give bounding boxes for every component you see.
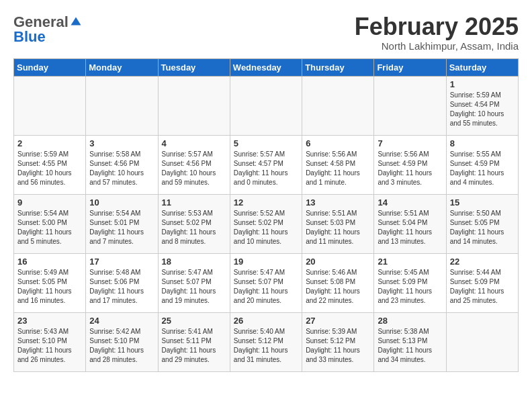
day-info: Sunrise: 5:41 AM Sunset: 5:11 PM Dayligh… [162, 327, 226, 365]
calendar-title: February 2025 [355, 13, 519, 40]
day-number: 13 [306, 197, 370, 208]
day-cell: 13Sunrise: 5:51 AM Sunset: 5:03 PM Dayli… [302, 194, 374, 253]
day-number: 17 [89, 257, 154, 267]
day-info: Sunrise: 5:49 AM Sunset: 5:05 PM Dayligh… [17, 268, 82, 306]
day-cell: 20Sunrise: 5:46 AM Sunset: 5:08 PM Dayli… [302, 253, 374, 312]
day-cell: 2Sunrise: 5:59 AM Sunset: 4:55 PM Daylig… [14, 135, 86, 194]
day-cell [374, 76, 446, 135]
day-cell: 7Sunrise: 5:56 AM Sunset: 4:59 PM Daylig… [374, 135, 446, 194]
day-cell: 10Sunrise: 5:54 AM Sunset: 5:01 PM Dayli… [86, 194, 158, 253]
week-row-5: 23Sunrise: 5:43 AM Sunset: 5:10 PM Dayli… [14, 312, 519, 371]
weekday-header-monday: Monday [86, 58, 158, 76]
day-info: Sunrise: 5:57 AM Sunset: 4:56 PM Dayligh… [162, 150, 226, 187]
day-number: 12 [234, 197, 298, 208]
day-cell: 1Sunrise: 5:59 AM Sunset: 4:54 PM Daylig… [446, 76, 518, 135]
day-cell: 21Sunrise: 5:45 AM Sunset: 5:09 PM Dayli… [374, 253, 446, 312]
weekday-header-tuesday: Tuesday [158, 58, 230, 76]
day-number: 22 [450, 257, 515, 267]
week-row-4: 16Sunrise: 5:49 AM Sunset: 5:05 PM Dayli… [14, 253, 519, 312]
day-number: 23 [17, 316, 82, 326]
day-number: 26 [234, 316, 298, 326]
header-area: General Blue February 2025 North Lakhimp… [13, 13, 519, 52]
weekday-header-saturday: Saturday [446, 58, 518, 76]
day-number: 4 [162, 138, 226, 148]
day-info: Sunrise: 5:55 AM Sunset: 4:59 PM Dayligh… [450, 150, 515, 187]
day-info: Sunrise: 5:58 AM Sunset: 4:56 PM Dayligh… [89, 150, 154, 187]
week-row-3: 9Sunrise: 5:54 AM Sunset: 5:00 PM Daylig… [14, 194, 519, 253]
day-cell: 6Sunrise: 5:56 AM Sunset: 4:58 PM Daylig… [302, 135, 374, 194]
day-cell: 25Sunrise: 5:41 AM Sunset: 5:11 PM Dayli… [158, 312, 230, 371]
day-number: 9 [17, 197, 82, 208]
weekday-header-sunday: Sunday [14, 58, 86, 76]
day-info: Sunrise: 5:47 AM Sunset: 5:07 PM Dayligh… [234, 268, 298, 306]
day-info: Sunrise: 5:40 AM Sunset: 5:12 PM Dayligh… [234, 327, 298, 365]
day-info: Sunrise: 5:43 AM Sunset: 5:10 PM Dayligh… [17, 327, 82, 365]
day-number: 6 [306, 138, 370, 148]
day-info: Sunrise: 5:51 AM Sunset: 5:04 PM Dayligh… [378, 209, 442, 246]
day-info: Sunrise: 5:53 AM Sunset: 5:02 PM Dayligh… [162, 209, 226, 246]
day-number: 2 [17, 138, 82, 148]
day-info: Sunrise: 5:42 AM Sunset: 5:10 PM Dayligh… [89, 327, 154, 365]
day-number: 1 [450, 79, 515, 89]
day-info: Sunrise: 5:54 AM Sunset: 5:01 PM Dayligh… [89, 209, 154, 246]
day-number: 19 [234, 257, 298, 267]
weekday-header-wednesday: Wednesday [230, 58, 302, 76]
day-number: 21 [378, 257, 442, 267]
day-info: Sunrise: 5:56 AM Sunset: 4:59 PM Dayligh… [378, 150, 442, 187]
day-cell: 19Sunrise: 5:47 AM Sunset: 5:07 PM Dayli… [230, 253, 302, 312]
day-number: 24 [89, 316, 154, 326]
day-number: 16 [17, 257, 82, 267]
day-cell: 5Sunrise: 5:57 AM Sunset: 4:57 PM Daylig… [230, 135, 302, 194]
day-number: 11 [162, 197, 226, 208]
day-number: 28 [378, 316, 442, 326]
logo: General Blue [13, 13, 82, 46]
day-number: 3 [89, 138, 154, 148]
day-info: Sunrise: 5:54 AM Sunset: 5:00 PM Dayligh… [17, 209, 82, 246]
day-number: 18 [162, 257, 226, 267]
day-info: Sunrise: 5:57 AM Sunset: 4:57 PM Dayligh… [234, 150, 298, 187]
day-cell [14, 76, 86, 135]
weekday-header-friday: Friday [374, 58, 446, 76]
day-cell: 28Sunrise: 5:38 AM Sunset: 5:13 PM Dayli… [374, 312, 446, 371]
day-info: Sunrise: 5:50 AM Sunset: 5:05 PM Dayligh… [450, 209, 515, 246]
day-number: 20 [306, 257, 370, 267]
title-area: February 2025 North Lakhimpur, Assam, In… [355, 13, 519, 52]
day-info: Sunrise: 5:47 AM Sunset: 5:07 PM Dayligh… [162, 268, 226, 306]
day-info: Sunrise: 5:59 AM Sunset: 4:54 PM Dayligh… [450, 91, 515, 128]
day-number: 5 [234, 138, 298, 148]
day-cell: 24Sunrise: 5:42 AM Sunset: 5:10 PM Dayli… [86, 312, 158, 371]
day-info: Sunrise: 5:48 AM Sunset: 5:06 PM Dayligh… [89, 268, 154, 306]
day-cell: 3Sunrise: 5:58 AM Sunset: 4:56 PM Daylig… [86, 135, 158, 194]
day-info: Sunrise: 5:44 AM Sunset: 5:09 PM Dayligh… [450, 268, 515, 306]
day-cell: 14Sunrise: 5:51 AM Sunset: 5:04 PM Dayli… [374, 194, 446, 253]
logo-blue-text: Blue [13, 28, 46, 46]
day-info: Sunrise: 5:56 AM Sunset: 4:58 PM Dayligh… [306, 150, 370, 187]
week-row-1: 1Sunrise: 5:59 AM Sunset: 4:54 PM Daylig… [14, 76, 519, 135]
day-info: Sunrise: 5:45 AM Sunset: 5:09 PM Dayligh… [378, 268, 442, 306]
calendar-subtitle: North Lakhimpur, Assam, India [355, 40, 519, 52]
day-cell: 15Sunrise: 5:50 AM Sunset: 5:05 PM Dayli… [446, 194, 518, 253]
day-cell: 26Sunrise: 5:40 AM Sunset: 5:12 PM Dayli… [230, 312, 302, 371]
day-number: 8 [450, 138, 515, 148]
day-number: 7 [378, 138, 442, 148]
week-row-2: 2Sunrise: 5:59 AM Sunset: 4:55 PM Daylig… [14, 135, 519, 194]
day-cell: 9Sunrise: 5:54 AM Sunset: 5:00 PM Daylig… [14, 194, 86, 253]
day-cell [86, 76, 158, 135]
day-cell [158, 76, 230, 135]
weekday-header-row: SundayMondayTuesdayWednesdayThursdayFrid… [14, 58, 519, 76]
day-number: 15 [450, 197, 515, 208]
day-number: 27 [306, 316, 370, 326]
day-info: Sunrise: 5:46 AM Sunset: 5:08 PM Dayligh… [306, 268, 370, 306]
day-info: Sunrise: 5:52 AM Sunset: 5:02 PM Dayligh… [234, 209, 298, 246]
day-cell: 18Sunrise: 5:47 AM Sunset: 5:07 PM Dayli… [158, 253, 230, 312]
day-cell [302, 76, 374, 135]
logo-icon [70, 16, 82, 28]
day-cell: 23Sunrise: 5:43 AM Sunset: 5:10 PM Dayli… [14, 312, 86, 371]
day-number: 10 [89, 197, 154, 208]
day-info: Sunrise: 5:59 AM Sunset: 4:55 PM Dayligh… [17, 150, 82, 187]
svg-marker-0 [71, 17, 81, 26]
day-cell: 16Sunrise: 5:49 AM Sunset: 5:05 PM Dayli… [14, 253, 86, 312]
calendar-table: SundayMondayTuesdayWednesdayThursdayFrid… [13, 58, 519, 372]
day-number: 14 [378, 197, 442, 208]
day-cell: 4Sunrise: 5:57 AM Sunset: 4:56 PM Daylig… [158, 135, 230, 194]
